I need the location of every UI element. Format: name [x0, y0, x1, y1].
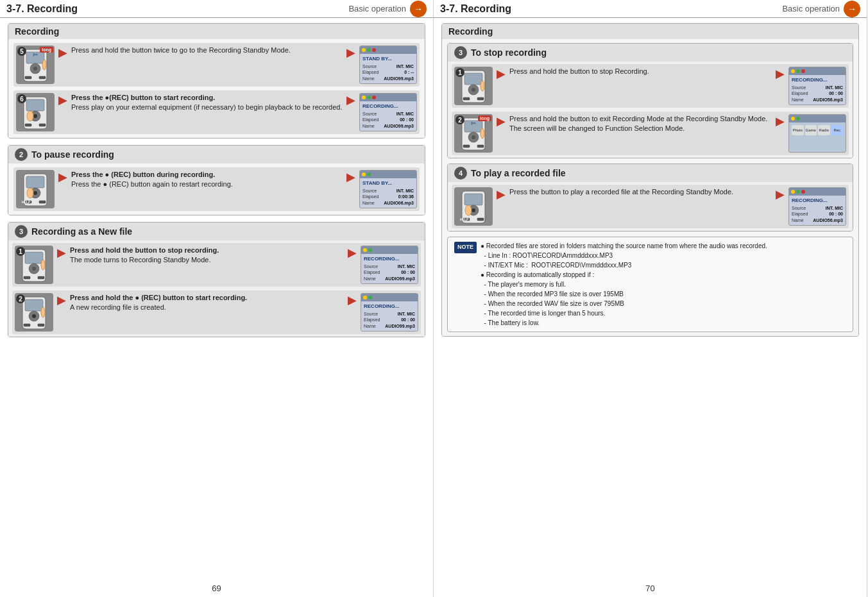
pause-section: 2 To pause recording HELP	[8, 145, 425, 215]
nf2-screen-top	[361, 294, 418, 301]
stop2-arrow: ▶	[497, 114, 506, 128]
page-1-arrow-icon: →	[410, 1, 427, 17]
svg-point-14	[27, 111, 33, 121]
recording-label-2: Recording	[448, 26, 493, 37]
stop2-screen-body: Photo Game Radio Rec	[789, 122, 846, 152]
pause-title-bar: 2 To pause recording	[8, 146, 425, 164]
play-screen-top	[789, 188, 846, 196]
newfile-title-bar: 3 Recording as a New file	[8, 223, 425, 240]
step-6-text: Press the ●(REC) button to start recordi…	[71, 93, 343, 113]
page-1-content: Recording long	[0, 18, 433, 583]
recording-inner-2: 3 To stop recording	[442, 39, 858, 336]
page-2-title: 3-7. Recording	[440, 3, 511, 15]
page-2: 3-7. Recording Basic operation → Recordi…	[434, 0, 867, 597]
stop2-arrow2: ▶	[776, 114, 785, 128]
recording-section-2: Recording 3 To stop recording	[441, 23, 859, 337]
svg-rect-28	[38, 276, 44, 279]
newfile-step1-row: 1 ▶ Press and hold the button to stop re…	[12, 243, 421, 287]
svg-rect-12	[25, 124, 31, 126]
svg-rect-5	[39, 76, 46, 79]
svg-rect-13	[39, 124, 46, 126]
nf1-screen-body: RECORDING... SourceINT. MIC Elapsed00 : …	[361, 254, 418, 283]
svg-text:HELP: HELP	[22, 200, 31, 204]
pause-screen-top	[360, 171, 416, 178]
svg-rect-34	[24, 324, 30, 326]
step-6-arrow: ▶	[58, 93, 67, 107]
page-1-basic-op: Basic operation	[348, 4, 406, 13]
svg-rect-57	[477, 218, 484, 221]
play-screen: RECORDING... SourceINT. MIC Elapsed00 : …	[788, 187, 846, 226]
svg-point-55	[472, 208, 475, 212]
svg-point-33	[32, 314, 36, 318]
nf2-arrow2: ▶	[348, 293, 357, 307]
pause-text: Press the ● (REC) button during recordin…	[71, 170, 343, 190]
stop1-arrow: ▶	[497, 67, 506, 81]
play-arrow: ▶	[497, 187, 506, 201]
page-1-header-right: Basic operation →	[348, 1, 427, 17]
svg-point-29	[41, 260, 45, 270]
pause-arrow: ▶	[58, 170, 67, 184]
stop2-screen-top	[789, 115, 846, 122]
svg-rect-31	[25, 299, 43, 311]
svg-point-50	[481, 128, 484, 139]
pause-label: To pause recording	[31, 149, 114, 160]
stop-inner: 1 ▶ Press and hold the button to stop Re…	[448, 62, 853, 158]
newfile-step2-badge: 2	[16, 294, 25, 303]
svg-rect-49	[477, 145, 484, 147]
step-6-screen-top	[360, 94, 416, 101]
play-screen-body: RECORDING... SourceINT. MIC Elapsed00 : …	[789, 196, 846, 225]
svg-rect-24	[25, 252, 43, 264]
stop-step2-row: long |>>	[452, 112, 849, 155]
nf2-arrow: ▶	[57, 293, 66, 307]
page-2-arrow-icon: →	[844, 1, 860, 17]
step-6-device: 6	[16, 93, 55, 131]
svg-rect-20	[39, 201, 46, 203]
svg-rect-38	[464, 73, 482, 85]
step-5-row: long |>> 5 ▶	[13, 43, 420, 87]
nf2-screen-body: RECORDING... SourceINT. MIC Elapsed00 : …	[361, 301, 418, 331]
pause-screen-body: STAND BY... SourceINT. MIC Elapsed0:00:3…	[360, 178, 416, 208]
svg-rect-4	[25, 76, 31, 79]
stop-title-bar: 3 To stop recording	[448, 44, 853, 62]
page-2-content: Recording 3 To stop recording	[434, 18, 867, 583]
page-1-number: 69	[0, 584, 433, 593]
recording-title-bar: Recording	[8, 24, 425, 39]
svg-text:|>>: |>>	[471, 121, 475, 125]
step-5-screen: STAND BY... SourceINT. MIC Elapsed0 : --…	[359, 46, 417, 84]
svg-point-3	[33, 67, 37, 71]
recording-inner: long |>> 5 ▶	[8, 39, 425, 138]
step-6-badge: 6	[17, 94, 26, 103]
pause-arrow2: ▶	[346, 170, 355, 184]
svg-point-26	[32, 267, 36, 271]
svg-rect-42	[477, 97, 484, 100]
newfile-step1-device: 1	[15, 246, 53, 284]
note-label: NOTE	[454, 242, 477, 253]
page-1: 3-7. Recording Basic operation → Recordi…	[0, 0, 434, 597]
pause-screen: STAND BY... SourceINT. MIC Elapsed0:00:3…	[359, 170, 417, 208]
step-5-text: Press and hold the button twice to go to…	[71, 46, 343, 55]
recording-label: Recording	[15, 26, 59, 37]
play-section: 4 To play a recorded file	[447, 164, 853, 231]
svg-point-43	[481, 81, 484, 91]
step-5-arrow: ▶	[58, 46, 67, 60]
newfile-step1-badge: 1	[16, 247, 25, 256]
stop-step2-screen: Photo Game Radio Rec	[788, 114, 846, 153]
svg-rect-48	[463, 145, 470, 147]
svg-point-58	[465, 205, 472, 215]
newfile-step2-row: 2 ▶ Press and hold the ● (REC) button to…	[12, 290, 421, 334]
stop-step1-row: 1 ▶ Press and hold the button to stop Re…	[452, 64, 849, 108]
pause-device: HELP	[16, 170, 55, 208]
page-2-basic-op: Basic operation	[782, 4, 840, 13]
long-label-5: long	[40, 47, 53, 53]
step-5-screen-body: STAND BY... SourceINT. MIC Elapsed0 : --…	[360, 54, 416, 83]
stop-step1-device: 1	[454, 67, 493, 105]
svg-point-21	[27, 188, 33, 198]
step-5-device: long |>> 5	[16, 46, 55, 84]
page-2-header: 3-7. Recording Basic operation →	[434, 0, 867, 18]
page-1-header: 3-7. Recording Basic operation →	[0, 0, 433, 18]
stop-section: 3 To stop recording	[447, 43, 853, 158]
svg-text:HELP: HELP	[460, 217, 469, 221]
stop-step2-text: Press and hold the button to exit Record…	[509, 114, 772, 134]
note-content: ● Recorded files are stored in folders m…	[481, 241, 767, 328]
long-label-s2: long	[478, 115, 491, 121]
